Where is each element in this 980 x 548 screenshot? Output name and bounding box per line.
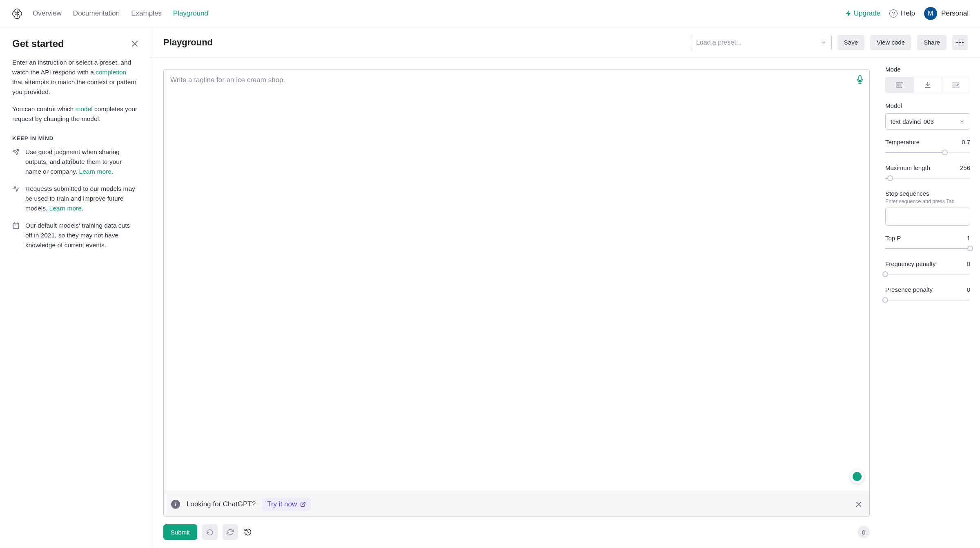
top-nav: Overview Documentation Examples Playgrou… (0, 0, 980, 27)
try-it-now-link[interactable]: Try it now (262, 498, 311, 511)
avatar: M (924, 7, 937, 20)
mode-edit-button[interactable] (942, 77, 970, 93)
send-icon (12, 148, 20, 177)
tip-item: Use good judgment when sharing outputs, … (12, 147, 138, 177)
nav-playground[interactable]: Playground (173, 9, 208, 18)
robot-icon (853, 472, 862, 481)
presence-penalty-label: Presence penalty (885, 286, 933, 293)
info-icon: i (171, 500, 180, 509)
preset-select[interactable]: Load a preset... (691, 35, 832, 50)
save-button[interactable]: Save (837, 35, 864, 50)
prompt-editor[interactable]: Write a tagline for an ice cream shop. i… (163, 69, 870, 517)
stop-sequences-label: Stop sequences (885, 190, 970, 197)
more-button[interactable] (952, 35, 968, 50)
presence-penalty-slider[interactable] (885, 297, 970, 303)
mode-insert-icon (924, 82, 931, 88)
stop-sequences-hint: Enter sequence and press Tab (885, 199, 970, 204)
keep-in-mind-heading: KEEP IN MIND (12, 135, 138, 141)
preset-placeholder: Load a preset... (696, 39, 742, 46)
banner-close-icon[interactable] (855, 501, 862, 508)
help-icon: ? (889, 9, 898, 18)
learn-more-link[interactable]: Learn more (49, 205, 82, 212)
mode-label: Mode (885, 66, 970, 73)
lightning-icon (846, 10, 851, 17)
get-started-sidebar: Get started Enter an instruction or sele… (0, 27, 151, 548)
microphone-icon[interactable] (856, 75, 864, 84)
external-link-icon (300, 501, 306, 507)
sidebar-paragraph-2: You can control which model completes yo… (12, 104, 138, 124)
mode-complete-icon (896, 82, 903, 88)
regenerate-button[interactable] (223, 524, 238, 540)
temperature-slider[interactable] (885, 150, 970, 155)
account-label: Personal (941, 9, 969, 18)
page-title: Playground (163, 37, 213, 48)
history-button[interactable] (243, 527, 253, 537)
max-length-slider[interactable] (885, 175, 970, 181)
learn-more-link[interactable]: Learn more (79, 168, 111, 175)
calendar-icon (12, 222, 20, 250)
share-button[interactable]: Share (917, 35, 947, 50)
mode-insert-button[interactable] (913, 77, 942, 93)
svg-rect-4 (859, 76, 861, 81)
frequency-penalty-slider[interactable] (885, 271, 970, 277)
close-icon[interactable] (131, 40, 138, 47)
sidebar-paragraph-1: Enter an instruction or select a preset,… (12, 58, 138, 97)
openai-logo-icon[interactable] (11, 8, 23, 19)
sidebar-title: Get started (12, 38, 64, 49)
model-label: Model (885, 102, 970, 109)
svg-point-2 (959, 42, 961, 43)
temperature-label: Temperature (885, 139, 920, 145)
assistant-fab[interactable] (850, 469, 864, 484)
frequency-penalty-label: Frequency penalty (885, 260, 935, 267)
refresh-icon (227, 528, 234, 536)
model-link[interactable]: model (76, 105, 93, 112)
chatgpt-banner: i Looking for ChatGPT? Try it now (164, 492, 869, 517)
upgrade-label: Upgrade (854, 9, 880, 18)
undo-button[interactable] (202, 524, 218, 540)
top-p-slider[interactable] (885, 246, 970, 251)
model-value: text-davinci-003 (891, 118, 934, 125)
help-label: Help (901, 9, 915, 18)
model-select[interactable]: text-davinci-003 (885, 113, 970, 130)
nav-documentation[interactable]: Documentation (73, 9, 120, 18)
chevron-down-icon (821, 40, 826, 45)
tip-item: Our default models' training data cuts o… (12, 221, 138, 250)
nav-links: Overview Documentation Examples Playgrou… (33, 9, 208, 18)
token-count: 0 (858, 526, 870, 538)
undo-icon (206, 528, 214, 536)
view-code-button[interactable]: View code (870, 35, 911, 50)
mode-complete-button[interactable] (885, 77, 913, 93)
activity-icon (12, 185, 20, 213)
nav-examples[interactable]: Examples (131, 9, 162, 18)
upgrade-link[interactable]: Upgrade (846, 9, 880, 18)
more-icon (956, 42, 964, 43)
completion-link[interactable]: completion (96, 69, 126, 76)
banner-text: Looking for ChatGPT? (187, 500, 256, 508)
help-link[interactable]: ? Help (889, 9, 915, 18)
svg-rect-0 (13, 223, 19, 229)
temperature-value: 0.7 (962, 139, 970, 145)
chevron-down-icon (959, 119, 965, 124)
presence-penalty-value: 0 (967, 286, 970, 293)
submit-button[interactable]: Submit (163, 524, 197, 540)
top-p-value: 1 (967, 235, 970, 242)
top-p-label: Top P (885, 235, 901, 242)
nav-overview[interactable]: Overview (33, 9, 62, 18)
mode-edit-icon (952, 82, 960, 88)
frequency-penalty-value: 0 (967, 260, 970, 267)
tip-item: Requests submitted to our models may be … (12, 184, 138, 213)
playground-header: Playground Load a preset... Save View co… (151, 27, 980, 58)
max-length-label: Maximum length (885, 164, 930, 171)
prompt-placeholder: Write a tagline for an ice cream shop. (164, 69, 869, 492)
svg-point-3 (962, 42, 964, 43)
history-icon (244, 528, 252, 536)
parameters-panel: Mode Model text-davinci-003 (882, 58, 980, 548)
max-length-value: 256 (960, 164, 970, 171)
account-menu[interactable]: M Personal (924, 7, 969, 20)
stop-sequences-input[interactable] (885, 208, 970, 226)
svg-point-1 (956, 42, 958, 43)
